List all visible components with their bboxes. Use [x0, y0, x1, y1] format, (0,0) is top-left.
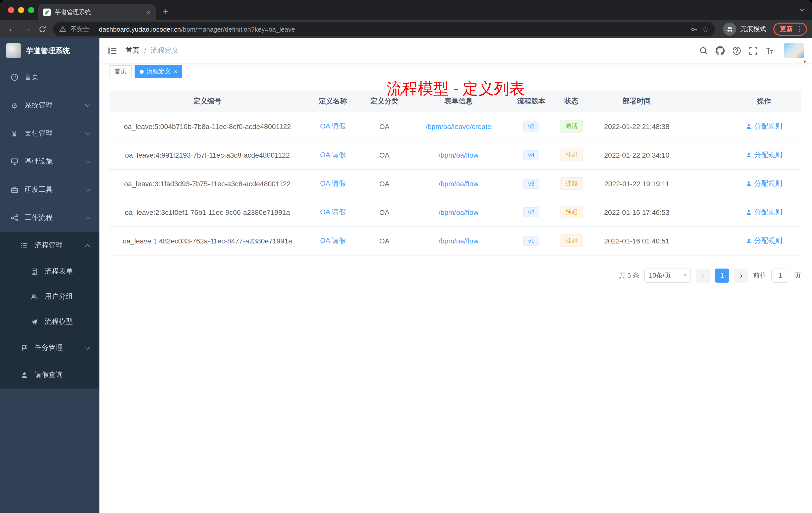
- main-area: 流程模型 - 定义列表 首页 / 流程定义: [99, 38, 812, 513]
- new-tab-button[interactable]: +: [159, 4, 173, 19]
- cell-category: OA: [360, 227, 408, 255]
- cell-category: OA: [360, 169, 408, 198]
- minimize-window-button[interactable]: [18, 7, 24, 13]
- font-size-icon[interactable]: [765, 46, 774, 55]
- avatar-caret-icon: ▾: [804, 59, 806, 64]
- gear-icon: ⚙: [10, 102, 19, 109]
- search-icon[interactable]: [699, 46, 708, 55]
- form-info-link[interactable]: /bpm/oa/flow: [439, 151, 478, 159]
- bookmark-star-icon[interactable]: ☆: [702, 24, 709, 34]
- definition-name-link[interactable]: OA 请假: [320, 236, 346, 244]
- page-content: 定义编号 定义名称 定义分类 表单信息 流程版本 状态 部署时间 操作: [99, 80, 812, 513]
- goto-page-input[interactable]: [771, 268, 789, 282]
- tag-home[interactable]: 首页: [110, 65, 132, 78]
- paper-plane-icon: [30, 318, 39, 326]
- reload-button[interactable]: [35, 22, 49, 36]
- version-tag: v1: [523, 236, 539, 246]
- cell-deploy-time: 2022-01-22 19:19:11: [589, 169, 685, 198]
- sidebar-item-home[interactable]: 首页: [0, 63, 99, 91]
- sidebar-item-infrastructure[interactable]: 基础设施: [0, 148, 99, 176]
- address-bar[interactable]: 不安全 | dashboard.yudao.iocoder.cn/bpm/man…: [53, 22, 715, 36]
- table-row: oa_leave:5:004b710b-7b8a-11ec-8ef0-acde4…: [110, 112, 801, 141]
- sidebar-item-label: 流程模型: [45, 317, 73, 326]
- cell-definition-id: oa_leave:1:482ec033-762a-11ec-8477-a2380…: [110, 227, 305, 255]
- browser-tab[interactable]: 芋道管理系统 ×: [38, 4, 156, 20]
- cell-deploy-time: 2022-01-22 21:48:38: [589, 112, 685, 141]
- person-icon: [746, 152, 752, 158]
- chevron-down-icon: [85, 186, 90, 191]
- status-badge: 挂起: [560, 206, 583, 218]
- current-page-button[interactable]: 1: [715, 268, 729, 282]
- tags-view-bar: 首页 流程定义 ×: [99, 63, 812, 80]
- help-icon[interactable]: [732, 46, 741, 55]
- sidebar-item-workflow[interactable]: 工作流程: [0, 204, 99, 232]
- page-size-select[interactable]: 10条/页 ▾: [644, 268, 691, 282]
- breadcrumb: 首页 / 流程定义: [125, 46, 179, 55]
- definition-name-link[interactable]: OA 请假: [320, 179, 346, 187]
- form-info-link[interactable]: /bpm/oa/flow: [439, 208, 478, 216]
- definition-name-link[interactable]: OA 请假: [320, 122, 346, 130]
- breadcrumb-home[interactable]: 首页: [125, 46, 140, 55]
- col-operation: 操作: [727, 91, 801, 112]
- definition-name-link[interactable]: OA 请假: [320, 208, 346, 216]
- pagination: 共 5 条 10条/页 ▾ ‹ 1 › 前往 页: [110, 268, 801, 282]
- col-filler: [685, 91, 727, 112]
- sidebar-item-leave-query[interactable]: 请假查询: [0, 361, 99, 389]
- update-label[interactable]: 更新: [780, 25, 793, 34]
- user-avatar[interactable]: ▾: [784, 43, 804, 58]
- form-info-link[interactable]: /bpm/oa/leave/create: [426, 122, 491, 130]
- person-icon: [746, 238, 752, 244]
- table-row: oa_leave:2:3c1f0ef1-76b1-11ec-9c66-a2380…: [110, 198, 801, 227]
- github-icon[interactable]: [716, 46, 725, 55]
- avatar-image[interactable]: [784, 43, 804, 58]
- table-header-row: 定义编号 定义名称 定义分类 表单信息 流程版本 状态 部署时间 操作: [110, 91, 801, 112]
- sidebar-item-dev-tools[interactable]: 研发工具: [0, 176, 99, 204]
- browser-menu-icon[interactable]: ⋮: [795, 25, 803, 34]
- sidebar-item-system-management[interactable]: ⚙ 系统管理: [0, 91, 99, 119]
- prev-page-button[interactable]: ‹: [696, 268, 710, 282]
- sidebar-item-process-management[interactable]: 流程管理: [0, 232, 99, 259]
- form-info-link[interactable]: /bpm/oa/flow: [439, 237, 478, 245]
- col-deploy-time: 部署时间: [589, 91, 685, 112]
- breadcrumb-current: 流程定义: [151, 46, 179, 55]
- sidebar: 芋道管理系统 首页 ⚙ 系统管理 ¥ 支付管理: [0, 38, 99, 513]
- sidebar-item-payment-management[interactable]: ¥ 支付管理: [0, 119, 99, 148]
- dashboard-icon: [10, 73, 19, 81]
- tag-process-definition[interactable]: 流程定义 ×: [135, 65, 182, 78]
- sidebar-item-user-group[interactable]: 用户分组: [0, 284, 99, 309]
- assign-rule-link[interactable]: 分配规则: [746, 150, 782, 159]
- status-badge: 挂起: [560, 149, 583, 161]
- chrome-update-chip[interactable]: 更新 ⋮: [773, 23, 807, 36]
- assign-rule-link[interactable]: 分配规则: [746, 179, 782, 188]
- sidebar-item-label: 系统管理: [25, 101, 53, 110]
- assign-rule-link[interactable]: 分配规则: [746, 208, 782, 217]
- sidebar-item-task-management[interactable]: 任务管理: [0, 334, 99, 361]
- definition-name-link[interactable]: OA 请假: [320, 150, 346, 158]
- forward-button[interactable]: →: [20, 22, 34, 36]
- url-text: dashboard.yudao.iocoder.cn/bpm/manager/d…: [99, 25, 687, 33]
- cell-filler: [685, 227, 727, 255]
- assign-rule-link[interactable]: 分配规则: [746, 236, 782, 245]
- close-window-button[interactable]: [8, 7, 14, 13]
- version-tag: v4: [523, 150, 539, 160]
- version-tag: v3: [523, 178, 539, 188]
- form-info-link[interactable]: /bpm/oa/flow: [439, 179, 478, 187]
- sidebar-item-process-form[interactable]: 流程表单: [0, 259, 99, 284]
- hamburger-icon[interactable]: [108, 46, 117, 56]
- password-key-icon[interactable]: [690, 25, 698, 33]
- assign-rule-link[interactable]: 分配规则: [746, 122, 782, 131]
- version-tag: v5: [523, 121, 539, 131]
- browser-window: 芋道管理系统 × + ← → 不安全 | dashboard.yudao.ioc…: [0, 0, 812, 513]
- tab-strip: 芋道管理系统 × +: [0, 0, 812, 20]
- tag-close-icon[interactable]: ×: [174, 68, 177, 74]
- next-page-button[interactable]: ›: [734, 268, 748, 282]
- tab-search-icon[interactable]: [799, 7, 805, 13]
- sidebar-item-process-model[interactable]: 流程模型: [0, 309, 99, 334]
- fullscreen-icon[interactable]: [749, 46, 758, 55]
- tag-label: 流程定义: [147, 67, 171, 76]
- person-icon: [20, 371, 29, 379]
- security-warning-icon[interactable]: [59, 26, 66, 33]
- back-button[interactable]: ←: [5, 22, 19, 36]
- zoom-window-button[interactable]: [28, 7, 34, 13]
- tab-close-icon[interactable]: ×: [147, 8, 151, 16]
